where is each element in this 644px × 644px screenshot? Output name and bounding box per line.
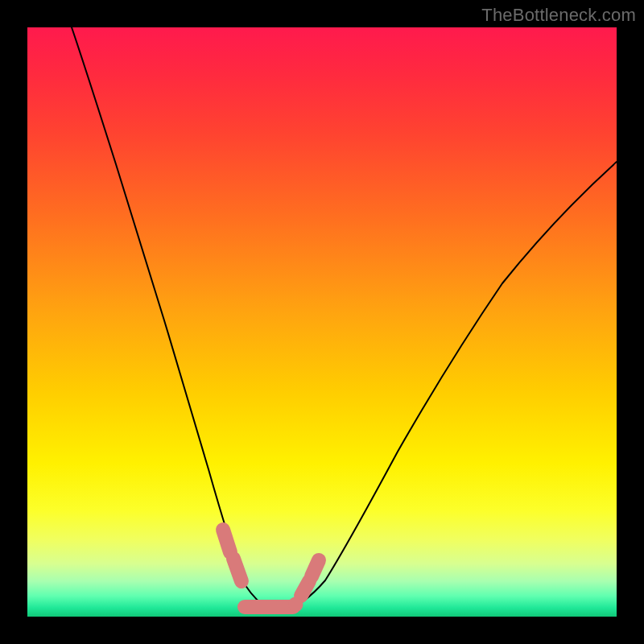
- right-curve: [285, 162, 617, 610]
- curve-plot: [27, 27, 617, 617]
- pink-markers: [223, 530, 319, 612]
- left-curve: [72, 27, 285, 610]
- watermark-text: TheBottleneck.com: [481, 5, 636, 26]
- plot-frame: [27, 27, 617, 617]
- pink-left-caps: [223, 530, 242, 581]
- pink-elbow-dot: [288, 597, 303, 612]
